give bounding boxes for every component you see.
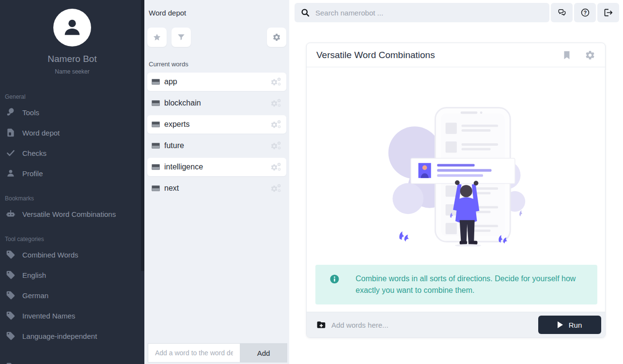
tool-card: Versatile Word Combinations bbox=[306, 43, 606, 338]
avatar[interactable] bbox=[53, 9, 91, 46]
current-words-label: Current words bbox=[149, 61, 286, 68]
section-general: General bbox=[5, 93, 144, 100]
word-label: future bbox=[164, 141, 270, 150]
word-options-gears-icon[interactable] bbox=[270, 183, 282, 194]
sidebar-item-label: Profile bbox=[22, 169, 43, 178]
sidebar-item-label: Combined Words bbox=[22, 251, 78, 259]
panel-title: Word depot bbox=[147, 0, 286, 17]
search-icon bbox=[300, 8, 310, 17]
sidebar-item-label: Checks bbox=[22, 149, 47, 157]
folder-plus-icon[interactable] bbox=[316, 320, 326, 330]
word-options-gears-icon[interactable] bbox=[270, 119, 282, 130]
main-area: Versatile Word Combinations bbox=[289, 0, 623, 364]
profile-block: Namero Bot Name seeker bbox=[0, 0, 144, 75]
language-flag-icon bbox=[152, 100, 160, 106]
info-text: Combine words in all sorts of directions… bbox=[356, 273, 586, 296]
word-options-gears-icon[interactable] bbox=[270, 140, 282, 151]
sidebar-item-tools[interactable]: Tools bbox=[0, 102, 144, 122]
sidebar-item-label: Versatile Word Combinations bbox=[22, 210, 116, 218]
word-label: intelligence bbox=[164, 163, 270, 171]
logout-button[interactable] bbox=[597, 3, 619, 22]
word-label: app bbox=[164, 77, 270, 86]
sidebar-scrollbar[interactable] bbox=[141, 0, 144, 271]
sidebar-item-invented-names[interactable]: Invented Names bbox=[0, 305, 144, 326]
logout-icon bbox=[604, 8, 613, 17]
run-label: Run bbox=[569, 321, 582, 329]
sidebar-item-german[interactable]: German bbox=[0, 285, 144, 305]
tag-icon bbox=[6, 270, 16, 280]
sidebar-item-bookmark-versatile-word-combinations[interactable]: Versatile Word Combinations bbox=[0, 204, 144, 224]
file-icon bbox=[6, 128, 16, 137]
tag-icon bbox=[6, 250, 16, 259]
word-options-gears-icon[interactable] bbox=[270, 162, 282, 172]
robot-icon bbox=[6, 209, 16, 219]
sidebar-item-label: Invented Names bbox=[22, 312, 75, 320]
sidebar-item-label: Language-independent bbox=[22, 332, 97, 340]
info-icon bbox=[330, 274, 339, 284]
profile-role: Name seeker bbox=[0, 68, 144, 75]
help-icon bbox=[580, 8, 590, 17]
star-icon bbox=[153, 33, 161, 42]
sidebar-item-combined-words[interactable]: Combined Words bbox=[0, 244, 144, 265]
word-row[interactable]: app bbox=[147, 73, 286, 91]
tool-card-body: Combine words in all sorts of directions… bbox=[307, 67, 605, 312]
favorites-button[interactable] bbox=[147, 28, 167, 47]
info-box: Combine words in all sorts of directions… bbox=[315, 265, 597, 304]
tool-settings-gear-icon[interactable] bbox=[585, 50, 595, 61]
tool-card-footer: Run bbox=[307, 312, 605, 337]
word-options-gears-icon[interactable] bbox=[270, 98, 282, 108]
sidebar-item-english[interactable]: English bbox=[0, 265, 144, 285]
tag-icon bbox=[6, 290, 16, 300]
word-row[interactable]: experts bbox=[147, 115, 286, 134]
sidebar-item-label: Word depot bbox=[22, 129, 60, 137]
language-flag-icon bbox=[152, 143, 160, 149]
add-words-input[interactable] bbox=[331, 321, 538, 329]
word-depot-panel: Word depot Current words app blockchain … bbox=[144, 0, 289, 364]
person-icon bbox=[61, 16, 83, 39]
feedback-button[interactable] bbox=[551, 3, 573, 22]
filter-button[interactable] bbox=[171, 28, 191, 47]
tag-icon bbox=[6, 362, 16, 364]
play-icon bbox=[558, 321, 563, 328]
sidebar-item-label: English bbox=[22, 271, 46, 279]
illustration bbox=[381, 101, 531, 246]
word-row[interactable]: next bbox=[147, 179, 286, 197]
sidebar-item-label: Tools bbox=[22, 108, 39, 117]
tools-icon bbox=[6, 107, 16, 117]
sidebar-item-cutoff bbox=[6, 362, 16, 364]
tool-card-header: Versatile Word Combinations bbox=[307, 43, 605, 67]
word-label: next bbox=[164, 184, 270, 193]
sidebar-item-checks[interactable]: Checks bbox=[0, 143, 144, 163]
person-icon bbox=[6, 168, 16, 178]
language-flag-icon bbox=[152, 121, 160, 127]
search-input[interactable] bbox=[315, 9, 544, 17]
word-label: blockchain bbox=[164, 99, 270, 107]
funnel-icon bbox=[177, 33, 186, 42]
tag-icon bbox=[6, 331, 16, 341]
add-word-bar: Add bbox=[148, 343, 287, 363]
language-flag-icon bbox=[152, 164, 160, 170]
word-depot-settings-button[interactable] bbox=[267, 28, 286, 47]
topbar bbox=[289, 0, 623, 22]
profile-name: Namero Bot bbox=[0, 54, 144, 64]
bookmark-icon[interactable] bbox=[561, 50, 572, 61]
add-word-button[interactable]: Add bbox=[240, 343, 287, 363]
add-word-input[interactable] bbox=[148, 343, 240, 363]
sidebar-item-profile[interactable]: Profile bbox=[0, 163, 144, 183]
help-button[interactable] bbox=[574, 3, 596, 22]
word-row[interactable]: intelligence bbox=[147, 158, 286, 176]
search-box bbox=[295, 3, 549, 22]
sidebar-item-word-depot[interactable]: Word depot bbox=[0, 122, 144, 143]
word-row[interactable]: future bbox=[147, 136, 286, 155]
language-flag-icon bbox=[152, 79, 160, 85]
word-depot-toolbar bbox=[147, 28, 286, 47]
sidebar-item-language-independent[interactable]: Language-independent bbox=[0, 326, 144, 346]
section-bookmarks: Bookmarks bbox=[5, 195, 144, 202]
sidebar: Namero Bot Name seeker General Tools Wor… bbox=[0, 0, 144, 364]
tool-card-title: Versatile Word Combinations bbox=[316, 50, 561, 61]
word-row[interactable]: blockchain bbox=[147, 94, 286, 112]
word-options-gears-icon[interactable] bbox=[270, 76, 282, 87]
language-flag-icon bbox=[152, 185, 160, 191]
chat-icon bbox=[557, 8, 567, 17]
run-button[interactable]: Run bbox=[538, 316, 601, 334]
